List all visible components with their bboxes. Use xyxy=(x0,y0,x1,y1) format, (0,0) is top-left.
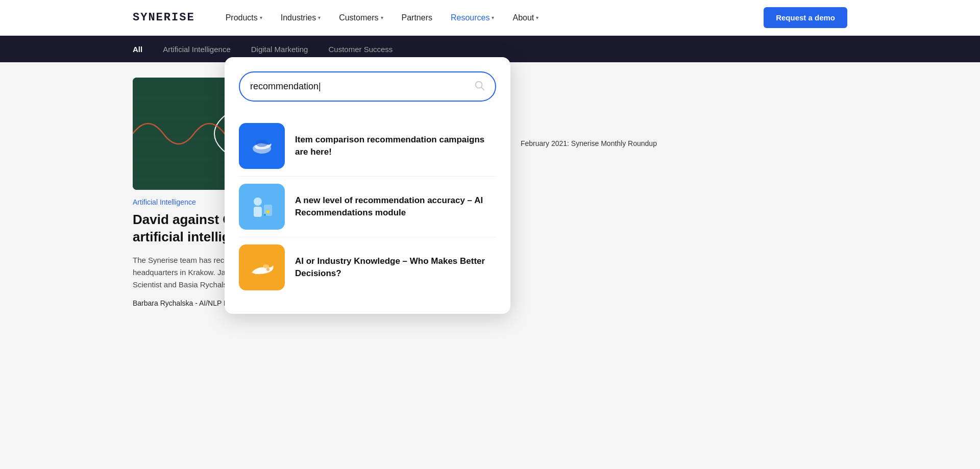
chevron-products-icon: ▾ xyxy=(260,15,262,20)
chevron-about-icon: ▾ xyxy=(536,15,538,20)
chevron-resources-icon: ▾ xyxy=(492,15,494,20)
category-digital-marketing[interactable]: Digital Marketing xyxy=(251,45,308,54)
search-result-3[interactable]: AI or Industry Knowledge – Who Makes Bet… xyxy=(239,237,496,298)
logo: SYNERISE xyxy=(133,11,195,24)
nav-label-partners: Partners xyxy=(402,13,432,22)
search-result-2[interactable]: A new level of recommendation accuracy –… xyxy=(239,177,496,237)
category-ai[interactable]: Artificial Intelligence xyxy=(163,45,231,54)
svg-point-29 xyxy=(266,210,270,213)
svg-rect-27 xyxy=(254,207,262,217)
result-thumb-1 xyxy=(239,123,285,169)
result-thumb-3 xyxy=(239,244,285,290)
search-input[interactable] xyxy=(250,81,474,92)
nav-label-resources: Resources xyxy=(451,13,489,22)
sidebar-roundup[interactable]: February 2021: Synerise Monthly Roundup xyxy=(521,139,674,149)
category-customer-success[interactable]: Customer Success xyxy=(328,45,393,54)
nav-item-about[interactable]: About ▾ xyxy=(512,13,538,22)
result-thumb-2 xyxy=(239,184,285,230)
svg-rect-25 xyxy=(247,191,277,222)
category-all[interactable]: All xyxy=(133,45,142,54)
result-title-3: AI or Industry Knowledge – Who Makes Bet… xyxy=(295,255,496,280)
search-dropdown: Item comparison recommendation campaigns… xyxy=(225,57,510,314)
search-box[interactable] xyxy=(239,71,496,102)
nav-label-products: Products xyxy=(226,13,258,22)
chevron-customers-icon: ▾ xyxy=(381,15,383,20)
nav-links: Products ▾ Industries ▾ Customers ▾ Part… xyxy=(226,7,847,28)
main-content: Artificial Intelligence David against Go… xyxy=(0,62,980,307)
nav-item-products[interactable]: Products ▾ xyxy=(226,13,262,22)
nav-item-partners[interactable]: Partners xyxy=(402,13,432,22)
nav-label-customers: Customers xyxy=(339,13,378,22)
navbar: SYNERISE Products ▾ Industries ▾ Custome… xyxy=(0,0,980,36)
result-title-2: A new level of recommendation accuracy –… xyxy=(295,194,496,219)
nav-label-industries: Industries xyxy=(281,13,316,22)
search-result-1[interactable]: Item comparison recommendation campaigns… xyxy=(239,116,496,177)
nav-item-resources[interactable]: Resources ▾ xyxy=(451,13,494,22)
svg-point-30 xyxy=(264,214,266,216)
nav-item-industries[interactable]: Industries ▾ xyxy=(281,13,321,22)
nav-item-customers[interactable]: Customers ▾ xyxy=(339,13,383,22)
svg-line-21 xyxy=(481,87,484,90)
svg-point-33 xyxy=(266,268,270,271)
request-demo-button[interactable]: Request a demo xyxy=(764,7,847,28)
search-icon xyxy=(474,80,485,93)
chevron-industries-icon: ▾ xyxy=(318,15,321,20)
svg-point-24 xyxy=(256,140,268,147)
svg-point-26 xyxy=(254,198,262,206)
sidebar: February 2021: Synerise Monthly Roundup xyxy=(521,78,674,307)
result-title-1: Item comparison recommendation campaigns… xyxy=(295,134,496,158)
nav-label-about: About xyxy=(512,13,534,22)
svg-point-32 xyxy=(263,264,269,268)
